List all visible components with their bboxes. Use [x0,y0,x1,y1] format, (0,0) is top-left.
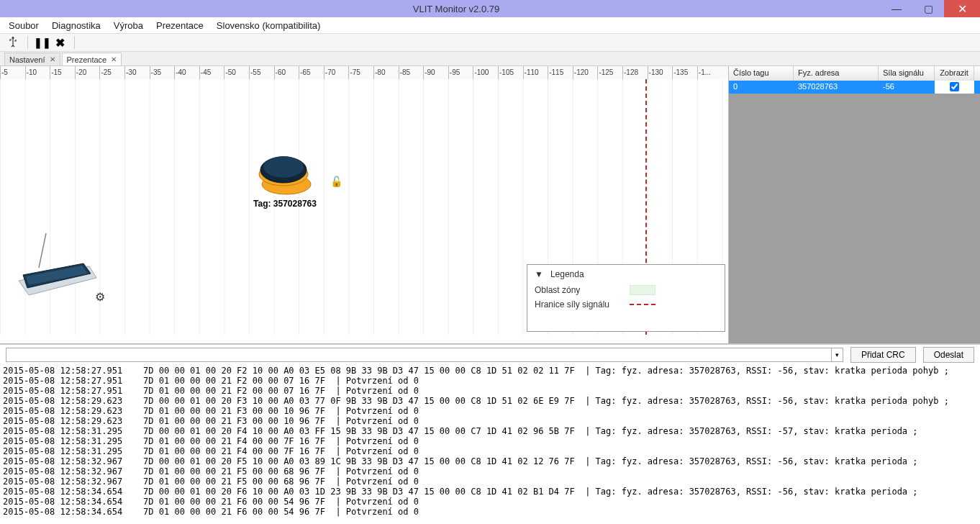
legend: ▼Legenda Oblast zóny Hranice síly signál… [527,264,725,332]
ruler-tick: -45 [199,66,211,79]
col-show[interactable]: Zobrazit [935,66,974,81]
ruler-tick: -135 [672,66,688,79]
close-button[interactable]: ✕ [944,0,980,17]
menu-diagnostika[interactable]: Diagnostika [52,20,101,31]
ruler-tick: -65 [299,66,310,79]
tag-device-icon [250,144,319,196]
usb-icon[interactable] [7,37,19,48]
ruler-tick: -130 [648,66,663,79]
send-button[interactable]: Odeslat [923,347,974,363]
titlebar: VLIT Monitor v2.0.79 — ▢ ✕ [0,0,980,17]
ruler-tick: -20 [75,66,86,79]
legend-zone-label: Oblast zóny [535,285,621,295]
tabs-row: Nastavení ✕ Prezentace ✕ [0,52,980,66]
legend-boundary-label: Hranice síly signálu [535,299,621,310]
unlock-icon: 🔓 [330,176,342,187]
boundary-swatch [630,304,655,305]
tag-label: Tag: 357028763 [242,199,328,209]
minimize-button[interactable]: — [881,0,912,17]
ruler-tick: -15 [50,66,61,79]
ruler-tick: -120 [573,66,589,79]
add-crc-button[interactable]: Přidat CRC [850,347,916,363]
ruler-tick: -105 [498,66,514,79]
ruler-tick: -85 [399,66,410,79]
stop-icon[interactable]: ✖ [54,37,65,48]
tab-prezentace[interactable]: Prezentace ✕ [62,53,122,66]
toolbar: ❚❚ ✖ [0,33,980,52]
cell-phys-address: 357028763 [794,81,879,94]
ruler-tick: -90 [423,66,435,79]
table-header: Číslo tagu Fyz. adresa Síla signálu Zobr… [729,66,980,81]
cell-show[interactable] [935,81,974,94]
legend-title: Legenda [550,269,584,279]
ruler-tick: -110 [523,66,539,79]
reader-device-icon [4,225,105,304]
ruler-tick: -10 [25,66,37,79]
close-icon[interactable]: ✕ [50,55,55,63]
ruler-tick: -115 [548,66,563,79]
ruler-tick: -5 [0,66,8,79]
command-input[interactable] [6,348,832,362]
ruler-tick: -128 [622,66,638,79]
ruler-tick: -70 [324,66,335,79]
reader-device[interactable]: ⚙ [4,225,105,304]
ruler-tick: -60 [274,66,286,79]
tab-label: Prezentace [67,55,107,64]
ruler-tick: -55 [249,66,260,79]
ruler-tick: -125 [597,66,613,79]
ruler-tick: -25 [99,66,111,79]
tab-nastaveni[interactable]: Nastavení ✕ [4,53,60,66]
svg-point-4 [263,156,304,178]
window-title: VLIT Monitor v2.0.79 [32,4,881,14]
tab-label: Nastavení [9,55,45,64]
workspace: -5-10-15-20-25-30-35-40-45-50-55-60-65-7… [0,66,980,344]
menu-slovensko[interactable]: Slovensko (kompatibilita) [217,20,321,31]
ruler-tick: -1... [697,66,711,79]
tag-device[interactable]: 🔓 Tag: 357028763 [242,144,328,209]
ruler-tick: -75 [348,66,360,79]
ruler-tick: -30 [124,66,136,79]
command-bar: ▾ Přidat CRC Odeslat [0,344,980,364]
zone-swatch [630,285,655,295]
table-row[interactable]: 0 357028763 -56 [729,81,980,94]
col-phys-address[interactable]: Fyz. adresa [794,66,879,81]
ruler-tick: -35 [150,66,161,79]
gear-icon[interactable]: ⚙ [95,290,105,304]
maximize-button[interactable]: ▢ [912,0,944,17]
ruler-tick: -100 [473,66,489,79]
show-checkbox[interactable] [950,82,959,91]
menu-prezentace[interactable]: Prezentace [156,20,204,31]
command-dropdown[interactable]: ▾ [832,348,843,362]
col-signal-strength[interactable]: Síla signálu [879,66,935,81]
signal-ruler: -5-10-15-20-25-30-35-40-45-50-55-60-65-7… [0,66,728,79]
ruler-tick: -80 [373,66,385,79]
ruler-tick: -95 [448,66,460,79]
chevron-down-icon[interactable]: ▼ [535,269,543,279]
ruler-tick: -50 [224,66,235,79]
menubar: Soubor Diagnostika Výroba Prezentace Slo… [0,17,980,33]
svg-line-0 [39,233,46,268]
ruler-tick: -40 [174,66,186,79]
menu-vyroba[interactable]: Výroba [114,20,143,31]
pause-icon[interactable]: ❚❚ [37,37,48,48]
cell-tag-number: 0 [729,81,794,94]
col-tag-number[interactable]: Číslo tagu [729,66,794,81]
cell-signal-strength: -56 [879,81,935,94]
tag-table: Číslo tagu Fyz. adresa Síla signálu Zobr… [728,66,980,343]
log-pane[interactable]: 2015-05-08 12:58:27.951 7D 00 00 01 00 2… [0,364,980,524]
menu-soubor[interactable]: Soubor [9,20,39,31]
chart-pane[interactable]: -5-10-15-20-25-30-35-40-45-50-55-60-65-7… [0,66,728,343]
close-icon[interactable]: ✕ [111,55,117,63]
